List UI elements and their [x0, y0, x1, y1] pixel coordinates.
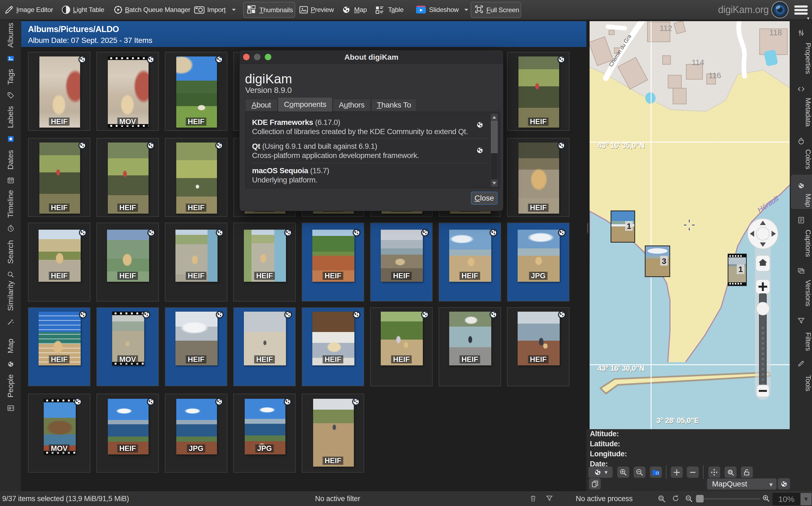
svg-text:43° 16' 30,0"N: 43° 16' 30,0"N	[597, 364, 644, 372]
svg-text:3: 3	[662, 257, 666, 265]
svg-text:1: 1	[738, 265, 743, 274]
svg-text:1: 1	[627, 222, 631, 231]
svg-text:118: 118	[769, 28, 782, 37]
svg-text:43° 16' 35,0"N: 43° 16' 35,0"N	[597, 142, 644, 150]
svg-text:116: 116	[709, 71, 721, 80]
svg-text:114: 114	[692, 58, 704, 67]
svg-text:112: 112	[660, 24, 672, 32]
svg-text:3° 28' 05,0"E: 3° 28' 05,0"E	[656, 416, 699, 425]
